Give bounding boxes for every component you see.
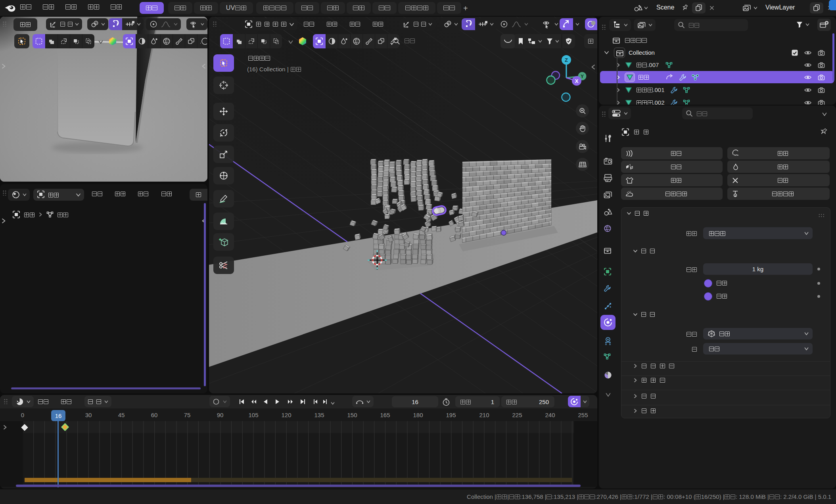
svg-text:X: X: [575, 78, 579, 84]
svg-text:Z: Z: [565, 57, 568, 63]
svg-text:Y: Y: [581, 74, 584, 79]
